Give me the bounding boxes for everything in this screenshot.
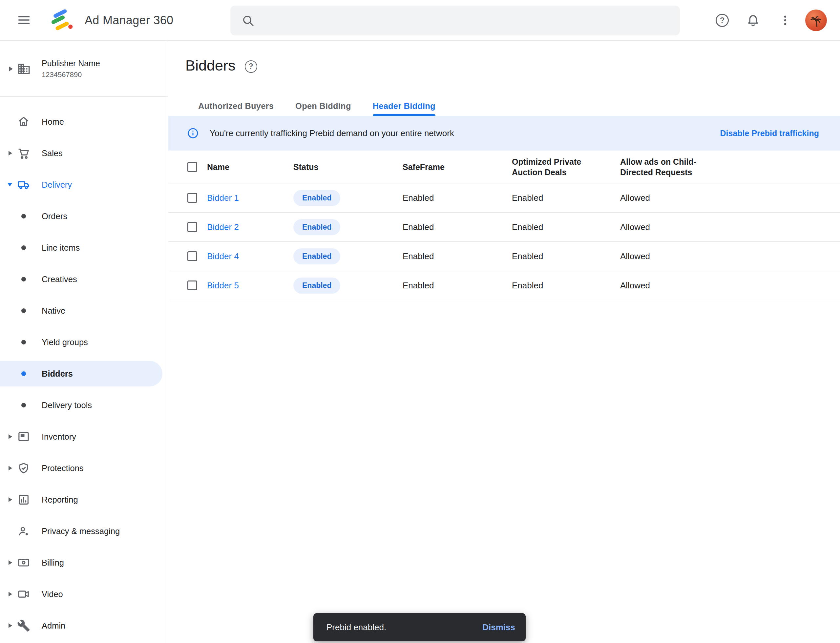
bidder-link[interactable]: Bidder 1	[207, 193, 239, 203]
tab-authorized-buyers[interactable]: Authorized Buyers	[198, 101, 274, 116]
menu-button[interactable]	[14, 10, 34, 30]
banner-message: You're currently trafficking Prebid dema…	[210, 128, 720, 139]
top-app-bar: Ad Manager 360 ?	[0, 0, 840, 41]
ad-manager-logo	[49, 9, 74, 31]
person-icon	[17, 525, 30, 538]
safeframe-cell: Enabled	[403, 222, 512, 232]
info-banner: You're currently trafficking Prebid dema…	[168, 116, 840, 150]
row-checkbox[interactable]	[187, 251, 197, 261]
sidebar-item-orders[interactable]: Orders	[0, 201, 168, 232]
status-badge: Enabled	[293, 219, 340, 235]
video-camera-icon	[17, 588, 30, 601]
disable-prebid-link[interactable]: Disable Prebid trafficking	[720, 129, 819, 138]
help-icon: ?	[249, 62, 253, 71]
arrow-right-icon	[8, 151, 12, 155]
help-icon: ?	[716, 14, 729, 27]
column-header-status: Status	[293, 162, 403, 172]
snackbar-dismiss-button[interactable]: Dismiss	[482, 622, 515, 633]
arrow-right-icon	[8, 560, 12, 565]
help-button[interactable]: ?	[711, 10, 733, 31]
optimized-deals-cell: Enabled	[512, 281, 620, 290]
arrow-right-icon	[8, 592, 12, 596]
sidebar-item-protections[interactable]: Protections	[0, 452, 168, 484]
bidder-link[interactable]: Bidder 5	[207, 281, 239, 290]
bidder-link[interactable]: Bidder 2	[207, 222, 239, 232]
publisher-selector[interactable]: Publisher Name 1234567890	[0, 41, 168, 97]
optimized-deals-cell: Enabled	[512, 222, 620, 232]
search-icon	[242, 14, 255, 27]
ad-units-icon	[17, 430, 30, 443]
kebab-icon	[779, 14, 792, 27]
more-options-button[interactable]	[775, 10, 796, 31]
select-all-checkbox[interactable]	[187, 162, 197, 172]
avatar[interactable]	[805, 10, 827, 31]
sidebar-item-sales[interactable]: Sales	[0, 137, 168, 169]
safeframe-cell: Enabled	[403, 281, 512, 290]
column-header-name: Name	[207, 162, 293, 172]
snackbar-message: Prebid enabled.	[327, 622, 482, 633]
sidebar-item-bidders[interactable]: Bidders	[0, 358, 168, 389]
bullet-icon	[21, 403, 26, 408]
row-checkbox[interactable]	[187, 222, 197, 232]
bidder-link[interactable]: Bidder 4	[207, 251, 239, 261]
child-directed-cell: Allowed	[620, 222, 840, 232]
arrow-down-icon	[8, 183, 12, 187]
sidebar-item-inventory[interactable]: Inventory	[0, 421, 168, 452]
tab-header-bidding[interactable]: Header Bidding	[373, 101, 435, 116]
payment-card-icon	[17, 556, 30, 569]
sidebar-item-yield-groups[interactable]: Yield groups	[0, 326, 168, 358]
child-directed-cell: Allowed	[620, 251, 840, 261]
sidebar-item-native[interactable]: Native	[0, 295, 168, 326]
bullet-icon	[21, 245, 26, 250]
sidebar-item-privacy-messaging[interactable]: Privacy & messaging	[0, 516, 168, 547]
bullet-icon	[21, 371, 26, 376]
delivery-truck-icon	[17, 178, 30, 191]
main-content: Bidders ? Authorized Buyers Open Bidding…	[168, 41, 840, 643]
child-directed-cell: Allowed	[620, 193, 840, 203]
optimized-deals-cell: Enabled	[512, 251, 620, 261]
sidebar-item-admin[interactable]: Admin	[0, 610, 168, 641]
sidebar-item-home[interactable]: Home	[0, 106, 168, 137]
shopping-cart-icon	[17, 147, 30, 160]
building-icon	[17, 62, 31, 76]
snackbar: Prebid enabled. Dismiss	[313, 613, 526, 641]
publisher-id: 1234567890	[42, 70, 82, 79]
bar-chart-icon	[17, 493, 30, 506]
bullet-icon	[21, 277, 26, 281]
search-bar[interactable]	[230, 6, 680, 36]
row-checkbox[interactable]	[187, 281, 197, 290]
status-badge: Enabled	[293, 277, 340, 294]
status-badge: Enabled	[293, 248, 340, 264]
shield-icon	[17, 462, 30, 475]
bidders-table: Name Status SafeFrame Optimized Private …	[168, 150, 840, 300]
search-input[interactable]	[263, 15, 669, 26]
status-badge: Enabled	[293, 190, 340, 206]
sidebar-item-delivery[interactable]: Delivery	[0, 169, 168, 201]
page-help-button[interactable]: ?	[245, 60, 257, 73]
tab-open-bidding[interactable]: Open Bidding	[295, 101, 351, 116]
child-directed-cell: Allowed	[620, 281, 840, 290]
sidebar-nav: Home Sales Delivery Orders Line items Cr…	[0, 97, 168, 641]
publisher-name: Publisher Name	[42, 59, 100, 68]
table-row: Bidder 4 Enabled Enabled Enabled Allowed	[168, 242, 840, 271]
sidebar-item-delivery-tools[interactable]: Delivery tools	[0, 389, 168, 421]
tab-bar: Authorized Buyers Open Bidding Header Bi…	[168, 101, 840, 116]
arrow-right-icon	[9, 67, 13, 71]
sidebar-item-billing[interactable]: Billing	[0, 547, 168, 578]
table-row: Bidder 1 Enabled Enabled Enabled Allowed	[168, 183, 840, 212]
table-row: Bidder 2 Enabled Enabled Enabled Allowed	[168, 212, 840, 242]
safeframe-cell: Enabled	[403, 193, 512, 203]
sidebar-item-line-items[interactable]: Line items	[0, 232, 168, 263]
arrow-right-icon	[8, 466, 12, 470]
info-icon	[187, 127, 199, 139]
table-row: Bidder 5 Enabled Enabled Enabled Allowed	[168, 271, 840, 300]
sidebar-item-reporting[interactable]: Reporting	[0, 484, 168, 516]
sidebar-item-creatives[interactable]: Creatives	[0, 263, 168, 295]
bullet-icon	[21, 214, 26, 219]
page-title: Bidders	[185, 57, 235, 75]
column-header-safeframe: SafeFrame	[403, 162, 512, 172]
row-checkbox[interactable]	[187, 193, 197, 203]
sidebar-item-video[interactable]: Video	[0, 578, 168, 610]
safeframe-cell: Enabled	[403, 251, 512, 261]
notifications-button[interactable]	[742, 10, 764, 31]
